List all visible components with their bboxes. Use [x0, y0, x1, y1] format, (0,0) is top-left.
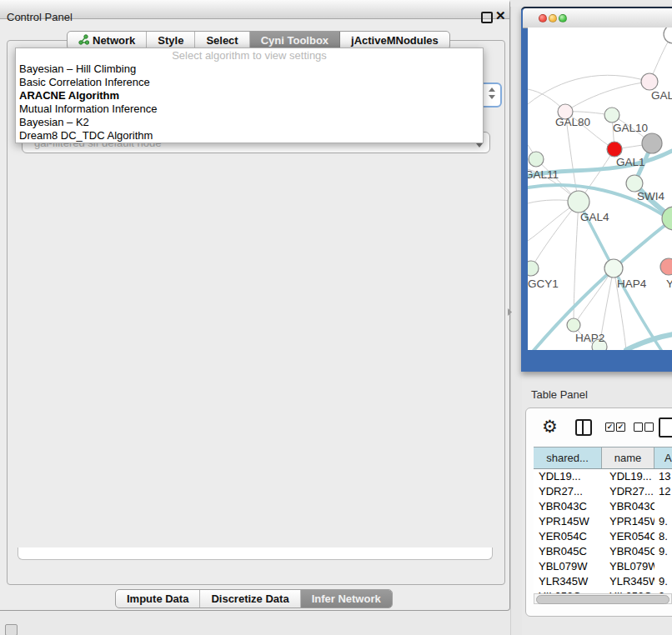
network-edge[interactable] [565, 82, 649, 112]
table-header-row: shared... name A [534, 447, 672, 469]
node-label: GAL1 [616, 156, 645, 168]
network-node-swi4[interactable] [626, 175, 643, 192]
cell-shared-name: YDL19... [534, 469, 602, 484]
network-canvas[interactable]: GAL GAL80 GAL10 GAL1 GAL11 SWI4 GAL4 GCY… [528, 28, 672, 350]
cell-name: YER054C [602, 529, 654, 544]
cell-name: YPR145W [602, 514, 654, 529]
cell-name: YBR045C [602, 544, 654, 559]
table-row[interactable]: YDL19... YDL19... 13 [534, 469, 672, 484]
network-edge[interactable] [528, 75, 649, 104]
panel-splitter[interactable] [510, 7, 522, 635]
cell-value [654, 499, 672, 514]
tab-jactivemnodules[interactable]: jActiveMNodules [340, 32, 449, 49]
table-hscrollbar-thumb[interactable] [536, 595, 669, 604]
control-panel-title: Control Panel [7, 9, 73, 26]
network-node-gray[interactable] [642, 133, 662, 153]
cell-value: 9. [654, 544, 672, 559]
tab-style-label: Style [158, 34, 183, 47]
table-row[interactable]: YLR345W YLR345W 9. [534, 574, 672, 589]
minimize-traffic-light-icon[interactable] [549, 14, 557, 22]
algorithm-option[interactable]: Mutual Information Inference [16, 102, 483, 116]
table-row[interactable]: YDR27... YDR27... 12 [534, 484, 672, 499]
algorithm-option[interactable]: Bayesian – Hill Climbing [16, 62, 483, 76]
column-header-shared-name[interactable]: shared... [534, 448, 602, 468]
cell-value: 9. [654, 514, 672, 529]
settings-gear-icon[interactable]: ⚙ [542, 417, 558, 437]
node-table: shared... name A YDL19... YDL19... 13 YD… [534, 447, 672, 594]
node-label: SWI4 [637, 190, 664, 202]
table-row[interactable]: YPR145W YPR145W 9. [534, 514, 672, 529]
tab-style[interactable]: Style [147, 32, 195, 49]
tab-impute-data-label: Impute Data [127, 592, 188, 605]
select-all-icon[interactable]: ✓ [605, 422, 614, 432]
network-window-titlebar[interactable] [523, 8, 672, 28]
tab-infer-network[interactable]: Infer Network [301, 590, 392, 608]
table-row[interactable]: YER054C YER054C 8. [534, 529, 672, 544]
network-node-gal11[interactable] [529, 152, 544, 167]
tab-network[interactable]: Network [68, 32, 147, 49]
dock-panel-icon[interactable] [5, 624, 18, 635]
network-node-gal[interactable] [641, 73, 658, 90]
cell-name: YBL079W [602, 559, 654, 574]
network-node-salmon[interactable] [660, 258, 672, 275]
network-node-gal1-selected[interactable] [607, 142, 622, 157]
algorithm-option[interactable]: Bayesian – K2 [16, 116, 483, 129]
stepper-arrows-icon [489, 88, 495, 99]
tab-impute-data[interactable]: Impute Data [116, 590, 200, 608]
column-layout-icon[interactable] [575, 419, 592, 436]
network-node-gal4[interactable] [568, 191, 589, 212]
tab-infer-network-label: Infer Network [312, 592, 381, 605]
settings-viewport-bottom [18, 548, 493, 560]
network-node-gcy1[interactable] [528, 261, 539, 276]
cell-name: YLR345W [602, 574, 654, 589]
float-window-icon[interactable] [481, 12, 493, 23]
cell-name: YDR27... [602, 484, 654, 499]
select-all-icon[interactable]: ✓ [616, 422, 625, 432]
file-export-icon[interactable] [659, 418, 672, 438]
table-row[interactable]: YBL079W YBL079W [534, 559, 672, 574]
algorithm-option-selected[interactable]: ARACNE Algorithm [16, 89, 483, 102]
table-row[interactable]: YBR045C YBR045C 9. [534, 544, 672, 559]
cell-value: 9. [654, 574, 672, 589]
node-label: HAP2 [575, 332, 604, 344]
cell-shared-name: YBR043C [534, 499, 602, 514]
network-edge[interactable] [579, 202, 661, 350]
node-label: GAL4 [580, 211, 609, 223]
column-header-clipped[interactable]: A [654, 448, 672, 468]
algorithm-option[interactable]: Dream8 DC_TDC Algorithm [16, 129, 483, 142]
table-body[interactable]: YDL19... YDL19... 13 YDR27... YDR27... 1… [534, 469, 672, 594]
network-edge[interactable] [574, 268, 614, 325]
tab-cyni-toolbox-label: Cyni Toolbox [261, 34, 328, 47]
node-label: GAL11 [528, 168, 559, 181]
table-toolbar: ⚙ ✓ ✓ [534, 415, 672, 443]
table-row[interactable]: YBR043C YBR043C [534, 499, 672, 514]
cell-value: 12 [654, 484, 672, 499]
network-node-hap4[interactable] [604, 259, 623, 278]
node-label: GCY1 [528, 278, 559, 290]
deselect-all-icon[interactable] [644, 422, 654, 432]
tab-cyni-toolbox[interactable]: Cyni Toolbox [250, 32, 340, 49]
tab-select[interactable]: Select [195, 32, 249, 49]
cell-shared-name: YDR27... [534, 484, 602, 499]
cell-value: 8. [654, 529, 672, 544]
close-traffic-light-icon[interactable] [539, 14, 547, 22]
network-edge[interactable] [626, 334, 672, 350]
node-label: GAL80 [555, 116, 590, 128]
algorithm-popup-placeholder: Select algorithm to view settings [16, 49, 483, 62]
deselect-all-icon[interactable] [634, 422, 643, 432]
network-graph[interactable]: GAL GAL80 GAL10 GAL1 GAL11 SWI4 GAL4 GCY… [528, 28, 672, 350]
screen: Control Panel ✕ Network Style Select Cyn… [0, 0, 672, 635]
table-hscrollbar-track[interactable] [534, 593, 672, 604]
network-node-hap2[interactable] [567, 318, 580, 332]
tab-discretize-data[interactable]: Discretize Data [200, 590, 300, 608]
column-header-name[interactable]: name [602, 448, 654, 468]
network-node[interactable] [664, 28, 672, 43]
network-edge[interactable] [531, 202, 579, 268]
algorithm-option[interactable]: Basic Correlation Inference [16, 76, 483, 89]
control-panel-titlebar [0, 0, 509, 19]
tab-network-label: Network [93, 34, 135, 47]
network-node-gal10[interactable] [604, 108, 619, 122]
cell-shared-name: YLR345W [534, 574, 602, 589]
close-icon[interactable]: ✕ [495, 9, 509, 22]
zoom-traffic-light-icon[interactable] [559, 14, 567, 22]
